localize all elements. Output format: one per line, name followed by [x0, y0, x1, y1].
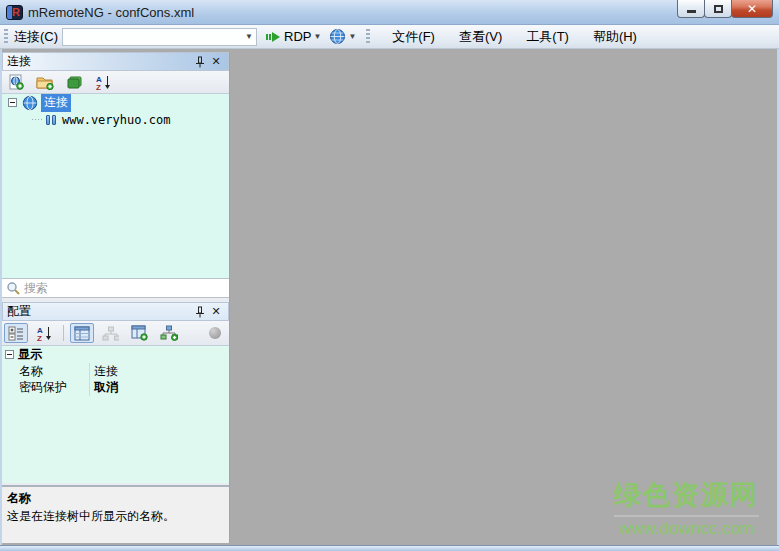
new-folder-icon — [36, 74, 54, 90]
property-value[interactable]: 取消 — [90, 379, 229, 396]
tree-root-row[interactable]: 连接 — [2, 94, 229, 111]
help-text: 这是在连接树中所显示的名称。 — [7, 508, 224, 525]
maximize-icon — [714, 5, 723, 13]
watermark-url: www.downcc.com — [614, 517, 759, 539]
window-border-bottom — [0, 545, 779, 551]
layers-icon — [66, 75, 83, 90]
svg-text:Z: Z — [37, 334, 42, 342]
quick-connect-input[interactable] — [63, 30, 242, 44]
close-icon: ✕ — [747, 2, 757, 16]
tree-root-label[interactable]: 连接 — [41, 93, 71, 112]
window-title: mRemoteNG - confCons.xml — [28, 5, 194, 20]
config-panel-header: 配置 ✕ — [2, 302, 229, 321]
property-row-name[interactable]: 名称 连接 — [2, 363, 229, 379]
connection-item-icon — [46, 115, 56, 125]
categorized-icon — [8, 326, 24, 341]
pin-button[interactable] — [192, 54, 208, 69]
inheritance-add-icon — [160, 325, 178, 341]
property-name: 名称 — [2, 363, 90, 380]
inheritance-icon — [102, 326, 119, 341]
app-logo-icon: R — [6, 5, 23, 20]
protocol-dropdown-icon[interactable]: ▼ — [314, 32, 322, 41]
inheritance-add-button[interactable] — [156, 323, 182, 343]
search-icon — [6, 281, 21, 296]
property-name: 密码保护 — [2, 379, 90, 396]
config-toolbar: A Z — [2, 321, 229, 345]
watermark: 绿色资源网 www.downcc.com — [614, 477, 759, 539]
menu-view[interactable]: 查看(V) — [447, 25, 514, 49]
close-button[interactable]: ✕ — [731, 0, 773, 18]
sort-az-icon: A Z — [36, 325, 53, 341]
tree-child-row[interactable]: www.veryhuo.com — [2, 111, 229, 128]
minimize-icon — [687, 10, 696, 13]
panel-close-button[interactable]: ✕ — [208, 54, 224, 69]
pin-button[interactable] — [192, 304, 208, 319]
tree-connector — [32, 119, 44, 120]
sort-az-icon: A Z — [95, 74, 112, 90]
connections-panel-header: 连接 ✕ — [2, 52, 229, 71]
show-properties-button[interactable] — [70, 323, 94, 343]
new-connection-button[interactable] — [4, 72, 28, 92]
menubar: 文件(F) 查看(V) 工具(T) 帮助(H) — [380, 25, 649, 49]
protocol-label: RDP — [284, 29, 311, 44]
collapse-expander-icon[interactable] — [5, 350, 14, 359]
menu-help[interactable]: 帮助(H) — [581, 25, 649, 49]
pin-icon — [195, 306, 205, 318]
globe-node-icon — [22, 95, 38, 111]
help-title: 名称 — [7, 490, 224, 507]
search-input[interactable] — [24, 281, 229, 295]
quick-connect-combo[interactable]: ▼ — [62, 28, 257, 46]
show-inheritance-button[interactable] — [98, 323, 123, 343]
toolbar-separator — [63, 325, 64, 341]
categorized-view-button[interactable] — [4, 323, 28, 343]
status-circle-icon — [209, 327, 221, 339]
properties-add-icon — [131, 325, 148, 341]
search-box[interactable] — [2, 278, 229, 298]
combo-dropdown-icon[interactable]: ▼ — [242, 29, 256, 45]
close-icon: ✕ — [211, 55, 220, 68]
sort-button[interactable]: A Z — [91, 72, 116, 92]
app-window: R mRemoteNG - confCons.xml ✕ 连接(C) ▼ RDP… — [0, 0, 779, 551]
properties-grid-icon — [74, 326, 90, 341]
property-help-box: 名称 这是在连接树中所显示的名称。 — [2, 485, 229, 543]
close-icon: ✕ — [211, 305, 220, 318]
connections-toolbar: A Z — [2, 71, 229, 93]
maximize-button[interactable] — [704, 0, 732, 18]
svg-text:Z: Z — [96, 83, 101, 91]
toolbar-grip[interactable] — [4, 29, 8, 45]
property-row-password[interactable]: 密码保护 取消 — [2, 379, 229, 395]
new-connection-icon — [8, 74, 24, 90]
workspace: 绿色资源网 www.downcc.com — [230, 49, 777, 545]
property-value[interactable]: 连接 — [90, 363, 229, 380]
watermark-title: 绿色资源网 — [614, 477, 759, 517]
quick-connect-label: 连接(C) — [14, 28, 58, 46]
menubar-grip[interactable] — [366, 29, 370, 45]
connections-tree: 连接 www.veryhuo.com — [2, 93, 229, 278]
menu-file[interactable]: 文件(F) — [380, 25, 447, 49]
toolbar: 连接(C) ▼ RDP ▼ ▼ 文件(F) 查看(V) 工具(T) 帮助(H) — [0, 25, 779, 49]
property-grid: 显示 名称 连接 密码保护 取消 — [2, 345, 229, 483]
property-category-label: 显示 — [18, 346, 42, 363]
properties-add-button[interactable] — [127, 323, 152, 343]
property-category-row[interactable]: 显示 — [2, 346, 229, 363]
menu-tools[interactable]: 工具(T) — [514, 25, 581, 49]
pin-icon — [195, 56, 205, 68]
minimize-button[interactable] — [677, 0, 705, 18]
panel-close-button[interactable]: ✕ — [208, 304, 224, 319]
connect-play-icon[interactable] — [265, 30, 281, 44]
globe-dropdown-icon[interactable]: ▼ — [348, 32, 356, 41]
left-dock: 连接 ✕ — [2, 52, 230, 543]
collapse-all-button[interactable] — [62, 72, 87, 92]
titlebar: R mRemoteNG - confCons.xml ✕ — [0, 0, 779, 25]
config-panel-title: 配置 — [7, 303, 192, 320]
connections-panel-title: 连接 — [7, 53, 192, 70]
collapse-expander-icon[interactable] — [8, 98, 17, 107]
tree-child-label[interactable]: www.veryhuo.com — [62, 113, 170, 127]
sort-properties-button[interactable]: A Z — [32, 323, 57, 343]
new-folder-button[interactable] — [32, 72, 58, 92]
globe-icon[interactable] — [329, 28, 346, 45]
